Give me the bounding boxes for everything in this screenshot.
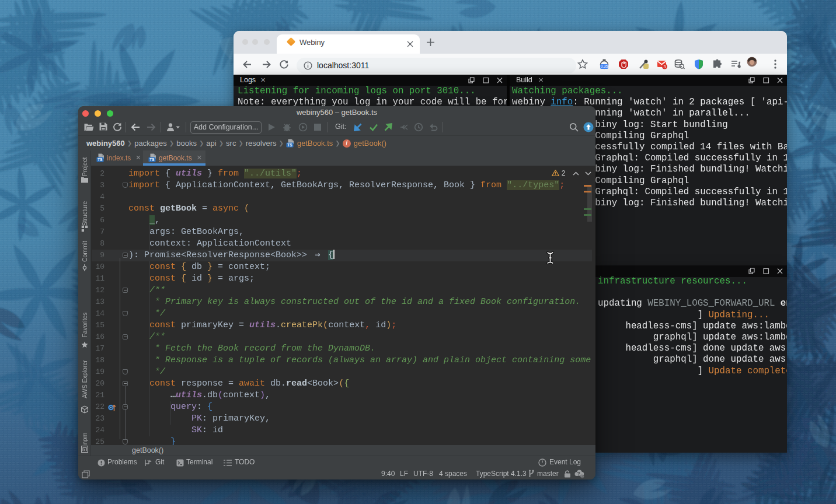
svg-text:TS: TS bbox=[97, 158, 103, 162]
svg-text:?: ? bbox=[577, 471, 580, 477]
svg-text:3: 3 bbox=[663, 64, 666, 69]
svg-text:TS: TS bbox=[287, 143, 292, 147]
svg-text:0.35: 0.35 bbox=[601, 64, 608, 68]
svg-text:TS: TS bbox=[149, 158, 155, 162]
